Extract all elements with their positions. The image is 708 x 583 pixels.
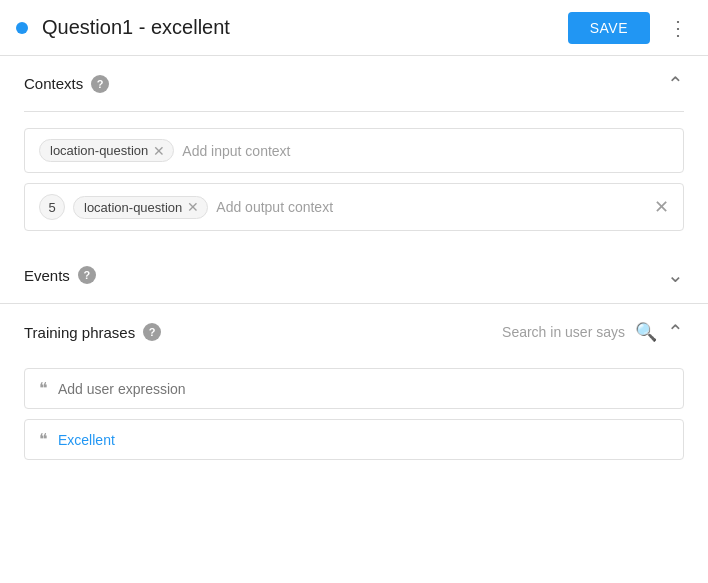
add-output-context-text[interactable]: Add output context (216, 199, 333, 215)
input-context-tag: location-question ✕ (39, 139, 174, 162)
header: Question1 - excellent SAVE ⋮ (0, 0, 708, 56)
output-context-row: 5 location-question ✕ Add output context… (24, 183, 684, 231)
search-icon[interactable]: 🔍 (635, 321, 657, 343)
training-help-icon[interactable]: ? (143, 323, 161, 341)
training-chevron-up-icon[interactable]: ⌃ (667, 320, 684, 344)
save-button[interactable]: SAVE (568, 12, 650, 44)
events-title-row: Events ? (24, 266, 96, 284)
add-expression-input[interactable] (58, 381, 669, 397)
events-help-icon[interactable]: ? (78, 266, 96, 284)
training-body: ❝ ❝ Excellent (24, 360, 684, 476)
delete-output-context-icon[interactable]: ✕ (654, 196, 669, 218)
events-chevron-down-icon[interactable]: ⌄ (667, 263, 684, 287)
phrase-text: Excellent (58, 432, 115, 448)
contexts-help-icon[interactable]: ? (91, 75, 109, 93)
contexts-title: Contexts (24, 75, 83, 92)
contexts-section-header: Contexts ? ⌃ (24, 56, 684, 112)
phrase-row: ❝ Excellent (24, 419, 684, 460)
add-expression-row: ❝ (24, 368, 684, 409)
output-context-tag: location-question ✕ (73, 196, 208, 219)
training-title: Training phrases (24, 324, 135, 341)
events-section-header: Events ? ⌄ (24, 247, 684, 303)
contexts-title-row: Contexts ? (24, 75, 109, 93)
training-section: Training phrases ? Search in user says 🔍… (0, 304, 708, 476)
status-dot (16, 22, 28, 34)
events-title: Events (24, 267, 70, 284)
quote-icon-phrase: ❝ (39, 430, 48, 449)
contexts-chevron-up-icon[interactable]: ⌃ (667, 72, 684, 96)
contexts-body: location-question ✕ Add input context 5 … (24, 112, 684, 247)
lifespan-badge[interactable]: 5 (39, 194, 65, 220)
output-context-tag-label: location-question (84, 200, 182, 215)
more-icon[interactable]: ⋮ (664, 12, 692, 44)
output-context-remove-icon[interactable]: ✕ (187, 200, 199, 214)
training-title-row: Training phrases ? (24, 323, 161, 341)
page-title: Question1 - excellent (42, 16, 568, 39)
events-section: Events ? ⌄ (0, 247, 708, 304)
input-context-tag-label: location-question (50, 143, 148, 158)
input-context-remove-icon[interactable]: ✕ (153, 144, 165, 158)
search-label: Search in user says (502, 324, 625, 340)
training-header-right: Search in user says 🔍 ⌃ (502, 320, 684, 344)
add-input-context-text[interactable]: Add input context (182, 143, 290, 159)
input-context-row: location-question ✕ Add input context (24, 128, 684, 173)
training-section-header: Training phrases ? Search in user says 🔍… (24, 304, 684, 360)
quote-icon-add: ❝ (39, 379, 48, 398)
contexts-section: Contexts ? ⌃ location-question ✕ Add inp… (0, 56, 708, 247)
